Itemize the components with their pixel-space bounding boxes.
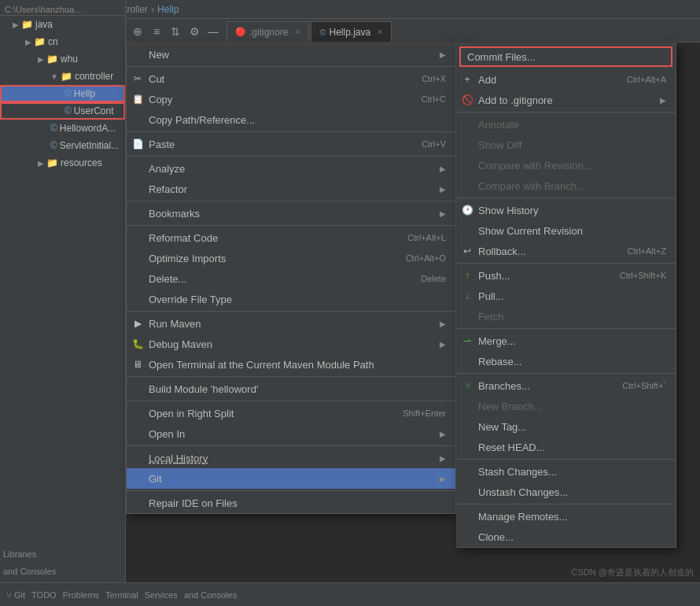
sidebar-item-servletinitial[interactable]: © ServletInitial...	[0, 137, 125, 154]
menu-item-repair-ide[interactable]: Repair IDE on Files	[127, 493, 455, 513]
menu-item-build-module[interactable]: Build Module 'helloword'	[127, 379, 455, 399]
arrow-icon: ▶	[440, 209, 446, 218]
sidebar-item-controller[interactable]: ▼ 📁 controller	[0, 68, 125, 85]
git-separator	[456, 373, 676, 374]
git-menu-rebase[interactable]: Rebase...	[456, 351, 676, 371]
menu-item-git-label: Git	[149, 473, 162, 485]
tab-hellp-java[interactable]: © Hellp.java ✕	[311, 21, 392, 42]
arrow-icon: ▶	[440, 430, 446, 438]
menu-item-cut[interactable]: ✂ Cut Ctrl+X	[127, 68, 455, 89]
bottom-terminal[interactable]: Terminal	[105, 590, 138, 600]
git-menu-annotate-label: Annotate	[478, 119, 519, 131]
git-menu-unstash[interactable]: Unstash Changes...	[456, 482, 676, 502]
delete-shortcut: Delete	[421, 274, 446, 283]
sidebar-item-hellp[interactable]: © Hellp	[0, 85, 125, 102]
git-menu-reset-head-label: Reset HEAD...	[478, 442, 545, 453]
list-icon[interactable]: ≡	[148, 23, 165, 40]
bottom-git[interactable]: ⑂ Git	[6, 590, 25, 600]
menu-item-open-in[interactable]: Open In ▶	[127, 423, 455, 444]
add-icon[interactable]: ⊕	[129, 23, 146, 40]
java-icon: ©	[50, 140, 57, 151]
git-menu-pull[interactable]: ↓ Pull...	[456, 286, 676, 306]
menu-item-run-maven[interactable]: ▶ Run Maven ▶	[127, 313, 455, 334]
sidebar-item-java[interactable]: ▶ 📁 java	[0, 16, 125, 33]
menu-item-optimize[interactable]: Optimize Imports Ctrl+Alt+O	[127, 248, 455, 268]
git-separator	[456, 504, 676, 504]
menu-item-git[interactable]: Git ▶	[127, 468, 455, 489]
menu-item-open-right-split[interactable]: Open in Right Split Shift+Enter	[127, 403, 455, 423]
menu-item-analyze[interactable]: Analyze ▶	[127, 158, 455, 179]
git-menu-pull-label: Pull...	[478, 290, 504, 302]
git-menu-show-history-label: Show History	[478, 205, 539, 216]
git-menu-merge-label: Merge...	[478, 335, 516, 347]
git-menu-manage-remotes[interactable]: Manage Remotes...	[456, 506, 676, 527]
tab-gitignore-close[interactable]: ✕	[294, 28, 300, 36]
tab-hellp-close[interactable]: ✕	[377, 28, 383, 36]
sidebar-item-usercont[interactable]: © UserCont	[0, 102, 125, 120]
git-menu-show-history[interactable]: 🕐 Show History	[456, 200, 676, 220]
menu-item-refactor[interactable]: Refactor ▶	[127, 179, 455, 199]
sort-icon[interactable]: ⇅	[167, 23, 184, 40]
menu-item-new[interactable]: New ▶	[127, 44, 455, 65]
minimize-icon[interactable]: —	[204, 23, 222, 40]
menu-item-analyze-label: Analyze	[149, 163, 185, 175]
breadcrumb-hellp[interactable]: Hellp	[157, 4, 179, 15]
git-menu-clone[interactable]: Clone...	[456, 527, 676, 547]
bottom-consoles[interactable]: and Consoles	[184, 590, 237, 600]
add-shortcut: Ctrl+Alt+A	[627, 75, 666, 84]
bottom-problems[interactable]: Problems	[63, 590, 99, 600]
sidebar-item-resources[interactable]: ▶ 📁 resources	[0, 154, 125, 172]
menu-item-debug-maven[interactable]: 🐛 Debug Maven ▶	[127, 334, 455, 354]
bottom-todo[interactable]: TODO	[31, 590, 57, 600]
sidebar-item-cn[interactable]: ▶ 📁 cn	[0, 33, 125, 50]
git-menu-new-tag-label: New Tag...	[478, 421, 526, 433]
menu-separator	[127, 201, 455, 201]
menu-separator	[127, 376, 455, 377]
menu-item-paste[interactable]: 📄 Paste Ctrl+V	[127, 134, 455, 154]
menu-item-bookmarks[interactable]: Bookmarks ▶	[127, 203, 455, 224]
git-menu-new-tag[interactable]: New Tag...	[456, 416, 676, 437]
reformat-shortcut: Ctrl+Alt+L	[407, 233, 446, 242]
tab-gitignore[interactable]: 🔴 .gitignore ✕	[227, 21, 309, 42]
git-menu-push[interactable]: ↑ Push... Ctrl+Shift+K	[456, 265, 676, 286]
sidebar-item-whu[interactable]: ▶ 📁 whu	[0, 50, 125, 68]
git-menu-show-diff: Show Diff	[456, 135, 676, 155]
git-menu-merge[interactable]: ⇀ Merge...	[456, 331, 676, 351]
git-menu-add[interactable]: + Add Ctrl+Alt+A	[456, 69, 676, 90]
git-menu-rollback[interactable]: ↩ Rollback... Ctrl+Alt+Z	[456, 241, 676, 261]
git-menu-show-current-revision[interactable]: Show Current Revision	[456, 220, 676, 241]
git-separator	[456, 112, 676, 113]
git-menu-commit-files[interactable]: Commit Files...	[459, 46, 672, 67]
git-menu-branches[interactable]: ⑂ Branches... Ctrl+Shift+`	[456, 375, 676, 396]
git-menu-add-gitignore[interactable]: 🚫 Add to .gitignore ▶	[456, 90, 676, 110]
arrow-icon: ▶	[660, 96, 666, 105]
menu-item-reformat[interactable]: Reformat Code Ctrl+Alt+L	[127, 227, 455, 248]
java-icon: ©	[64, 105, 72, 116]
services-bottom-label: Services	[145, 590, 178, 600]
settings-icon[interactable]: ⚙	[186, 23, 203, 40]
git-menu-manage-remotes-label: Manage Remotes...	[478, 511, 567, 523]
git-menu-stash[interactable]: Stash Changes...	[456, 461, 676, 482]
cut-shortcut: Ctrl+X	[422, 74, 446, 83]
sidebar-item-helloword[interactable]: © HellowordA...	[0, 120, 125, 137]
arrow-icon: ▶	[440, 164, 446, 173]
menu-item-override-filetype[interactable]: Override File Type	[127, 289, 455, 309]
menu-item-new-label: New	[149, 49, 169, 61]
sidebar-label-consoles[interactable]: and Consoles	[3, 567, 56, 576]
chevron-icon: ▶	[25, 38, 31, 46]
git-menu-rollback-label: Rollback...	[478, 246, 526, 257]
git-menu-reset-head[interactable]: Reset HEAD...	[456, 437, 676, 457]
sidebar-label-libraries[interactable]: Libraries	[3, 549, 36, 559]
run-maven-icon: ▶	[131, 318, 144, 329]
tab-hellp-label: Hellp.java	[329, 27, 370, 38]
menu-item-delete[interactable]: Delete... Delete	[127, 268, 455, 289]
menu-item-local-history[interactable]: Local History ▶	[127, 448, 455, 468]
menu-item-open-terminal[interactable]: 🖥 Open Terminal at the Current Maven Mod…	[127, 354, 455, 375]
bottom-services[interactable]: Services	[145, 590, 178, 600]
menu-separator	[127, 401, 455, 401]
push-shortcut: Ctrl+Shift+K	[620, 271, 666, 280]
git-menu-fetch-label: Fetch	[478, 311, 504, 323]
menu-item-copy[interactable]: 📋 Copy Ctrl+C	[127, 89, 455, 109]
git-menu-new-branch-label: New Branch...	[478, 401, 543, 412]
menu-item-copy-path[interactable]: Copy Path/Reference...	[127, 109, 455, 130]
